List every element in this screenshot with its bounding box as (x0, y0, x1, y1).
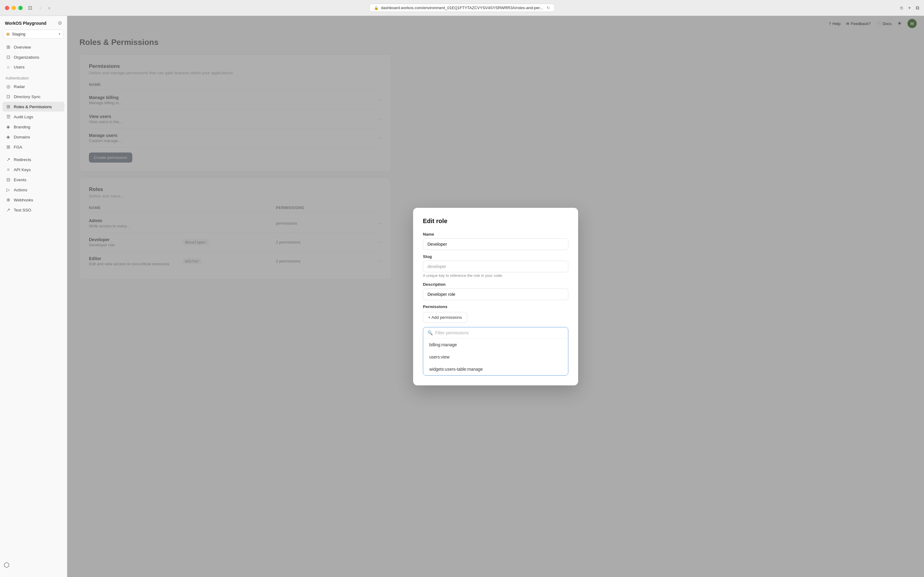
redirects-icon: ↗ (5, 157, 11, 162)
sidebar-item-directory-sync[interactable]: ⊡ Directory Sync (2, 92, 64, 102)
env-label: Staging (12, 32, 25, 36)
domains-icon: ◈ (5, 134, 11, 140)
users-icon: ○ (5, 64, 11, 70)
sidebar-item-actions[interactable]: ▷ Actions (2, 185, 64, 195)
sidebar-item-users[interactable]: ○ Users (2, 62, 64, 72)
sidebar: WorkOS Playground ⚙ Staging ▾ ⊞ Overview… (0, 16, 67, 577)
permissions-field-label: Permissions (423, 305, 568, 309)
permission-option-widgets-users-table-manage[interactable]: widgets:users-table:manage (423, 363, 568, 375)
reload-icon[interactable]: ↻ (547, 5, 550, 10)
sidebar-item-label: Webhooks (14, 198, 33, 202)
titlebar: ⊡ ‹ › 🔒 dashboard.workos.com/environment… (0, 0, 924, 16)
search-icon: 🔍 (427, 330, 433, 335)
add-permissions-button[interactable]: + Add permissions (423, 312, 467, 323)
environment-selector[interactable]: Staging ▾ (3, 30, 64, 39)
permission-option-users-view[interactable]: users:view (423, 351, 568, 363)
titlebar-right: ⎋ + ⧉ (900, 5, 919, 11)
sidebar-item-test-sso[interactable]: ↗ Test SSO (2, 205, 64, 215)
permission-label: widgets:users-table:manage (429, 367, 483, 372)
chevron-down-icon: ▾ (59, 32, 61, 36)
code-icon[interactable]: ⬡ (4, 561, 10, 569)
branding-icon: ◈ (5, 124, 11, 130)
sidebar-item-fga[interactable]: ⊞ FGA (2, 142, 64, 152)
app-layout: WorkOS Playground ⚙ Staging ▾ ⊞ Overview… (0, 16, 924, 577)
sidebar-item-label: Domains (14, 135, 30, 139)
slug-hint: A unique key to reference the role in yo… (423, 274, 568, 278)
sidebar-item-redirects[interactable]: ↗ Redirects (2, 155, 64, 164)
sidebar-nav: ⊞ Overview ⊡ Organizations ○ Users Authe… (0, 42, 67, 215)
traffic-lights (5, 6, 23, 10)
sidebar-item-label: Radar (14, 84, 25, 89)
new-tab-button[interactable]: + (908, 5, 911, 11)
url-bar[interactable]: 🔒 dashboard.workos.com/environment_01EQ1… (369, 4, 555, 12)
name-input[interactable] (423, 239, 568, 250)
permissions-dropdown: 🔍 billing:manage users:view widgets:user… (423, 327, 568, 376)
fullscreen-traffic-light[interactable] (18, 6, 23, 10)
minimize-traffic-light[interactable] (11, 6, 16, 10)
permission-option-billing-manage[interactable]: billing:manage (423, 338, 568, 351)
sidebar-item-label: Actions (14, 188, 27, 192)
copy-button[interactable]: ⧉ (916, 5, 919, 11)
sidebar-toggle-button[interactable]: ⊡ (26, 4, 34, 12)
roles-icon: ⊞ (5, 104, 11, 110)
sidebar-item-domains[interactable]: ◈ Domains (2, 132, 64, 142)
sidebar-header: WorkOS Playground ⚙ (0, 16, 67, 28)
sidebar-item-api-keys[interactable]: ⌗ API Keys (2, 165, 64, 174)
slug-field-label: Slug (423, 254, 568, 259)
sidebar-item-label: Organizations (14, 55, 39, 60)
sidebar-item-overview[interactable]: ⊞ Overview (2, 42, 64, 52)
app-name: WorkOS Playground (5, 21, 47, 26)
description-field-label: Description (423, 282, 568, 287)
sidebar-item-branding[interactable]: ◈ Branding (2, 122, 64, 132)
directory-sync-icon: ⊡ (5, 94, 11, 99)
sidebar-item-label: Test SSO (14, 208, 31, 213)
sidebar-item-audit-logs[interactable]: ☰ Audit Logs (2, 112, 64, 122)
api-keys-icon: ⌗ (5, 167, 11, 172)
webhooks-icon: ⊕ (5, 197, 11, 203)
lock-icon: 🔒 (374, 6, 378, 10)
sidebar-item-label: Directory Sync (14, 94, 41, 99)
nav-back-button[interactable]: ‹ (38, 4, 43, 12)
sidebar-item-webhooks[interactable]: ⊕ Webhooks (2, 195, 64, 205)
sidebar-item-label: Users (14, 65, 24, 69)
modal-title: Edit role (423, 218, 568, 225)
sidebar-item-label: Roles & Permissions (14, 105, 52, 109)
radar-icon: ◎ (5, 84, 11, 89)
description-input[interactable] (423, 288, 568, 300)
slug-input[interactable] (423, 261, 568, 272)
sidebar-item-label: Events (14, 177, 26, 182)
nav-forward-button[interactable]: › (47, 4, 52, 12)
permission-label: users:view (429, 355, 449, 359)
sidebar-item-label: Branding (14, 125, 30, 129)
env-dot (6, 33, 10, 36)
test-sso-icon: ↗ (5, 207, 11, 213)
filter-permissions-input[interactable] (435, 330, 564, 335)
close-traffic-light[interactable] (5, 6, 9, 10)
edit-role-modal: Edit role Name Slug A unique key to refe… (413, 208, 578, 385)
modal-overlay[interactable]: Edit role Name Slug A unique key to refe… (67, 16, 924, 577)
settings-button[interactable]: ⚙ (58, 20, 62, 26)
sidebar-item-events[interactable]: ⊟ Events (2, 175, 64, 185)
sidebar-item-organizations[interactable]: ⊡ Organizations (2, 52, 64, 62)
sidebar-item-roles-permissions[interactable]: ⊞ Roles & Permissions (2, 102, 64, 111)
sidebar-item-label: FGA (14, 145, 22, 150)
sidebar-item-label: Audit Logs (14, 114, 33, 119)
url-text: dashboard.workos.com/environment_01EQ1FT… (381, 5, 543, 10)
sidebar-item-label: Redirects (14, 157, 31, 162)
auth-section-label: Authentication (2, 73, 64, 82)
fga-icon: ⊞ (5, 144, 11, 150)
sidebar-item-label: Overview (14, 45, 31, 50)
sidebar-item-radar[interactable]: ◎ Radar (2, 82, 64, 91)
permission-label: billing:manage (429, 342, 457, 347)
name-field-label: Name (423, 232, 568, 237)
audit-logs-icon: ☰ (5, 114, 11, 119)
actions-icon: ▷ (5, 187, 11, 193)
overview-icon: ⊞ (5, 44, 11, 50)
main-content: ? Help ✉ Feedback? 📄 Docs ☀ M Roles & Pe… (67, 16, 924, 577)
events-icon: ⊟ (5, 177, 11, 182)
organizations-icon: ⊡ (5, 55, 11, 60)
share-button[interactable]: ⎋ (900, 5, 903, 11)
sidebar-bottom: ⬡ (0, 558, 67, 572)
search-row: 🔍 (423, 327, 568, 338)
sidebar-item-label: API Keys (14, 168, 31, 172)
